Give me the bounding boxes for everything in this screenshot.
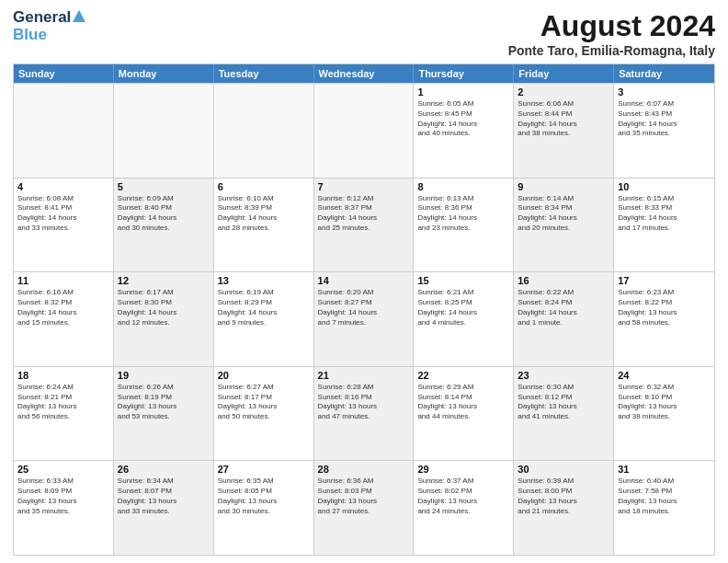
day-number: 27 — [218, 464, 310, 475]
logo-text-blue: Blue — [13, 27, 47, 44]
cal-cell: 6Sunrise: 6:10 AM Sunset: 8:39 PM Daylig… — [214, 178, 314, 272]
day-number: 22 — [417, 370, 509, 381]
day-info: Sunrise: 6:39 AM Sunset: 8:00 PM Dayligh… — [518, 477, 609, 516]
calendar: SundayMondayTuesdayWednesdayThursdayFrid… — [13, 63, 715, 556]
cal-cell: 10Sunrise: 6:15 AM Sunset: 8:33 PM Dayli… — [614, 178, 714, 272]
day-info: Sunrise: 6:32 AM Sunset: 8:10 PM Dayligh… — [618, 383, 711, 422]
cal-cell: 19Sunrise: 6:26 AM Sunset: 8:19 PM Dayli… — [114, 367, 214, 461]
cal-cell: 25Sunrise: 6:33 AM Sunset: 8:09 PM Dayli… — [14, 461, 114, 555]
day-info: Sunrise: 6:22 AM Sunset: 8:24 PM Dayligh… — [518, 288, 609, 327]
weekday-header-thursday: Thursday — [414, 64, 514, 83]
day-info: Sunrise: 6:13 AM Sunset: 8:36 PM Dayligh… — [417, 194, 509, 234]
weekday-header-friday: Friday — [514, 64, 614, 83]
day-info: Sunrise: 6:21 AM Sunset: 8:25 PM Dayligh… — [417, 288, 509, 327]
day-info: Sunrise: 6:37 AM Sunset: 8:02 PM Dayligh… — [417, 477, 509, 516]
cal-cell: 17Sunrise: 6:23 AM Sunset: 8:22 PM Dayli… — [614, 272, 714, 366]
day-number: 16 — [518, 275, 609, 286]
weekday-header-monday: Monday — [114, 64, 214, 83]
day-info: Sunrise: 6:10 AM Sunset: 8:39 PM Dayligh… — [218, 194, 310, 234]
day-info: Sunrise: 6:29 AM Sunset: 8:14 PM Dayligh… — [417, 383, 509, 422]
day-number: 13 — [218, 275, 310, 286]
day-info: Sunrise: 6:24 AM Sunset: 8:21 PM Dayligh… — [17, 383, 109, 422]
header: General Blue August 2024 Ponte Taro, Emi… — [13, 9, 715, 58]
day-info: Sunrise: 6:20 AM Sunset: 8:27 PM Dayligh… — [318, 288, 410, 327]
calendar-body: 1Sunrise: 6:05 AM Sunset: 8:45 PM Daylig… — [14, 83, 714, 555]
calendar-header: SundayMondayTuesdayWednesdayThursdayFrid… — [14, 64, 714, 83]
day-number: 14 — [318, 275, 410, 286]
cal-cell: 24Sunrise: 6:32 AM Sunset: 8:10 PM Dayli… — [614, 367, 714, 461]
day-info: Sunrise: 6:14 AM Sunset: 8:34 PM Dayligh… — [518, 194, 609, 234]
cal-cell: 4Sunrise: 6:08 AM Sunset: 8:41 PM Daylig… — [14, 178, 114, 272]
day-info: Sunrise: 6:36 AM Sunset: 8:03 PM Dayligh… — [318, 477, 410, 516]
day-number: 20 — [218, 370, 310, 381]
day-info: Sunrise: 6:07 AM Sunset: 8:43 PM Dayligh… — [618, 99, 711, 139]
cal-cell: 8Sunrise: 6:13 AM Sunset: 8:36 PM Daylig… — [414, 178, 514, 272]
cal-cell: 15Sunrise: 6:21 AM Sunset: 8:25 PM Dayli… — [414, 272, 514, 366]
logo-text-general: General — [13, 9, 71, 27]
day-number: 3 — [618, 86, 711, 98]
day-number: 30 — [518, 464, 609, 475]
cal-cell: 14Sunrise: 6:20 AM Sunset: 8:27 PM Dayli… — [314, 272, 415, 366]
day-number: 24 — [618, 370, 711, 381]
day-number: 29 — [417, 464, 509, 475]
day-info: Sunrise: 6:23 AM Sunset: 8:22 PM Dayligh… — [618, 288, 711, 327]
day-info: Sunrise: 6:16 AM Sunset: 8:32 PM Dayligh… — [17, 288, 109, 327]
day-number: 23 — [518, 370, 609, 381]
weekday-header-sunday: Sunday — [14, 64, 114, 83]
day-number: 19 — [118, 370, 210, 381]
cal-cell: 12Sunrise: 6:17 AM Sunset: 8:30 PM Dayli… — [114, 272, 214, 366]
cal-cell: 16Sunrise: 6:22 AM Sunset: 8:24 PM Dayli… — [514, 272, 614, 366]
day-number: 25 — [17, 464, 109, 475]
day-number: 28 — [318, 464, 410, 475]
cal-cell: 18Sunrise: 6:24 AM Sunset: 8:21 PM Dayli… — [14, 367, 114, 461]
day-number: 21 — [318, 370, 410, 381]
day-number: 12 — [118, 275, 210, 286]
day-info: Sunrise: 6:27 AM Sunset: 8:17 PM Dayligh… — [218, 383, 310, 422]
cal-cell: 28Sunrise: 6:36 AM Sunset: 8:03 PM Dayli… — [314, 461, 415, 555]
cal-cell: 26Sunrise: 6:34 AM Sunset: 8:07 PM Dayli… — [114, 461, 214, 555]
day-info: Sunrise: 6:12 AM Sunset: 8:37 PM Dayligh… — [318, 194, 410, 234]
cal-cell: 23Sunrise: 6:30 AM Sunset: 8:12 PM Dayli… — [514, 367, 614, 461]
day-number: 11 — [17, 275, 109, 286]
cal-cell: 11Sunrise: 6:16 AM Sunset: 8:32 PM Dayli… — [14, 272, 114, 366]
cal-cell — [14, 84, 114, 178]
day-number: 26 — [118, 464, 210, 475]
cal-cell: 31Sunrise: 6:40 AM Sunset: 7:58 PM Dayli… — [614, 461, 714, 555]
day-number: 18 — [17, 370, 109, 381]
day-number: 31 — [618, 464, 711, 475]
day-number: 7 — [318, 181, 410, 192]
day-info: Sunrise: 6:15 AM Sunset: 8:33 PM Dayligh… — [618, 194, 711, 234]
logo-triangle-icon — [73, 10, 85, 22]
weekday-header-tuesday: Tuesday — [214, 64, 314, 83]
cal-cell: 2Sunrise: 6:06 AM Sunset: 8:44 PM Daylig… — [514, 84, 614, 178]
calendar-row-1: 1Sunrise: 6:05 AM Sunset: 8:45 PM Daylig… — [14, 83, 714, 178]
cal-cell: 27Sunrise: 6:35 AM Sunset: 8:05 PM Dayli… — [214, 461, 314, 555]
day-info: Sunrise: 6:06 AM Sunset: 8:44 PM Dayligh… — [518, 99, 609, 139]
calendar-row-5: 25Sunrise: 6:33 AM Sunset: 8:09 PM Dayli… — [14, 460, 714, 555]
day-number: 9 — [518, 181, 609, 192]
day-number: 15 — [417, 275, 509, 286]
cal-cell — [214, 84, 314, 178]
cal-cell: 1Sunrise: 6:05 AM Sunset: 8:45 PM Daylig… — [414, 84, 514, 178]
calendar-row-2: 4Sunrise: 6:08 AM Sunset: 8:41 PM Daylig… — [14, 178, 714, 272]
cal-cell: 22Sunrise: 6:29 AM Sunset: 8:14 PM Dayli… — [414, 367, 514, 461]
title-block: August 2024 Ponte Taro, Emilia-Romagna, … — [508, 9, 715, 58]
day-info: Sunrise: 6:33 AM Sunset: 8:09 PM Dayligh… — [17, 477, 109, 516]
day-number: 10 — [618, 181, 711, 192]
day-info: Sunrise: 6:09 AM Sunset: 8:40 PM Dayligh… — [118, 194, 210, 234]
main-title: August 2024 — [508, 9, 715, 43]
cal-cell: 9Sunrise: 6:14 AM Sunset: 8:34 PM Daylig… — [514, 178, 614, 272]
calendar-row-4: 18Sunrise: 6:24 AM Sunset: 8:21 PM Dayli… — [14, 366, 714, 461]
page: General Blue August 2024 Ponte Taro, Emi… — [0, 0, 728, 563]
day-info: Sunrise: 6:30 AM Sunset: 8:12 PM Dayligh… — [518, 383, 609, 422]
day-number: 2 — [518, 86, 609, 98]
weekday-header-wednesday: Wednesday — [314, 64, 415, 83]
cal-cell: 5Sunrise: 6:09 AM Sunset: 8:40 PM Daylig… — [114, 178, 214, 272]
day-number: 6 — [218, 181, 310, 192]
cal-cell: 13Sunrise: 6:19 AM Sunset: 8:29 PM Dayli… — [214, 272, 314, 366]
calendar-row-3: 11Sunrise: 6:16 AM Sunset: 8:32 PM Dayli… — [14, 271, 714, 366]
day-number: 17 — [618, 275, 711, 286]
cal-cell: 7Sunrise: 6:12 AM Sunset: 8:37 PM Daylig… — [314, 178, 415, 272]
day-info: Sunrise: 6:19 AM Sunset: 8:29 PM Dayligh… — [218, 288, 310, 327]
cal-cell: 21Sunrise: 6:28 AM Sunset: 8:16 PM Dayli… — [314, 367, 415, 461]
